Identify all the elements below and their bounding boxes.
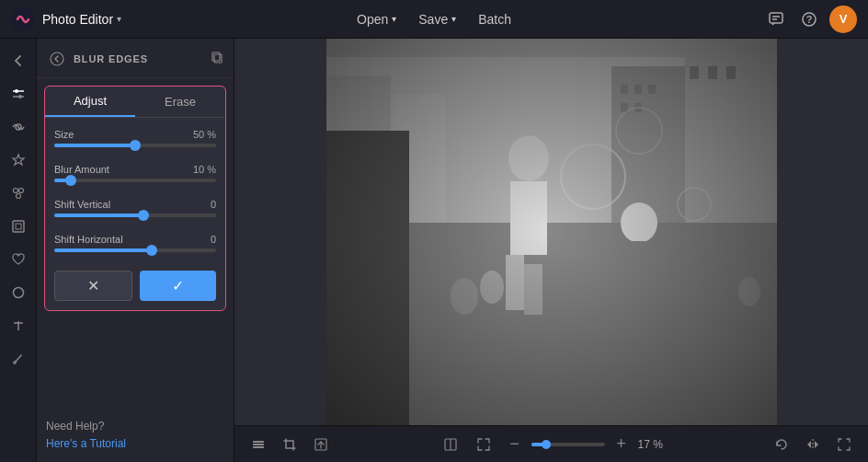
- title-chevron: ▾: [117, 14, 121, 24]
- blur-amount-label: Blur Amount: [54, 164, 109, 175]
- size-value: 50 %: [193, 129, 216, 140]
- apply-button[interactable]: ✓: [140, 271, 216, 301]
- compare-button[interactable]: [438, 432, 463, 457]
- tutorial-link[interactable]: Here's a Tutorial: [46, 437, 126, 450]
- avatar[interactable]: V: [829, 6, 857, 33]
- batch-button[interactable]: Batch: [469, 8, 520, 30]
- topbar-icons: ? V: [763, 6, 857, 33]
- shift-horizontal-label: Shift Horizontal: [54, 234, 123, 245]
- zoom-slider-fill: [531, 443, 546, 446]
- export-button[interactable]: [308, 432, 334, 457]
- fullscreen-button[interactable]: [831, 432, 857, 457]
- panel: BLUR EDGES Adjust Erase: [37, 39, 234, 462]
- svg-point-16: [13, 288, 23, 298]
- brush-button[interactable]: [4, 344, 33, 374]
- comment-button[interactable]: [763, 6, 789, 32]
- svg-point-11: [13, 189, 17, 193]
- size-slider-track: [54, 144, 216, 147]
- size-label: Size: [54, 129, 74, 140]
- panel-footer: Need Help? Here's a Tutorial: [37, 409, 234, 462]
- size-slider-thumb[interactable]: [130, 140, 141, 151]
- panel-title: BLUR EDGES: [74, 53, 204, 64]
- save-button[interactable]: Save ▾: [409, 8, 465, 30]
- size-slider-row: Size 50 %: [45, 125, 225, 160]
- zoom-in-button[interactable]: +: [611, 433, 633, 456]
- svg-rect-53: [326, 39, 777, 425]
- text-button[interactable]: [4, 311, 33, 341]
- bottom-center-controls: − + 17 %: [341, 432, 761, 457]
- blur-edges-box: Adjust Erase Size 50 %: [44, 86, 226, 311]
- svg-rect-22: [214, 54, 222, 63]
- layers-button[interactable]: [246, 432, 271, 457]
- svg-point-21: [51, 52, 63, 65]
- shift-vertical-slider-row: Shift Vertical 0: [45, 195, 225, 230]
- back-nav-button[interactable]: [4, 46, 33, 75]
- shift-vertical-slider-track: [54, 214, 216, 217]
- svg-point-12: [18, 189, 23, 193]
- topbar-nav: Open ▾ Save ▾ Batch: [348, 8, 520, 30]
- blur-amount-slider-thumb[interactable]: [65, 175, 76, 186]
- panel-copy-button[interactable]: [210, 51, 224, 68]
- zoom-percent: 17 %: [638, 438, 666, 451]
- flip-button[interactable]: [800, 432, 826, 457]
- shape-button[interactable]: [4, 278, 33, 307]
- blur-tabs: Adjust Erase: [45, 87, 225, 118]
- canvas-area: − + 17 %: [234, 39, 868, 462]
- svg-rect-14: [13, 221, 24, 232]
- help-icon: ?: [801, 11, 817, 28]
- crop-button[interactable]: [277, 432, 303, 457]
- help-button[interactable]: ?: [796, 6, 822, 32]
- panel-back-button[interactable]: [46, 48, 68, 70]
- star-button[interactable]: [4, 145, 33, 175]
- size-slider-fill: [54, 144, 135, 147]
- cancel-button[interactable]: ✕: [54, 271, 132, 301]
- blur-amount-slider-track: [54, 179, 216, 182]
- shift-horizontal-slider-track: [54, 248, 216, 252]
- blur-amount-value: 10 %: [193, 164, 216, 175]
- shift-vertical-slider-fill: [54, 214, 143, 217]
- frame-button[interactable]: [4, 212, 33, 241]
- comment-icon: [768, 11, 784, 28]
- tab-adjust[interactable]: Adjust: [45, 87, 135, 117]
- svg-rect-56: [253, 441, 264, 443]
- rotate-button[interactable]: [769, 432, 794, 457]
- svg-point-13: [16, 194, 20, 199]
- blur-actions: ✕ ✓: [45, 265, 225, 303]
- app-title[interactable]: Photo Editor ▾: [42, 12, 121, 27]
- zoom-controls: − + 17 %: [504, 433, 666, 456]
- photo-container: [326, 39, 777, 425]
- svg-rect-1: [770, 13, 782, 23]
- shift-horizontal-slider-row: Shift Horizontal 0: [45, 230, 225, 265]
- svg-rect-55: [253, 444, 264, 445]
- svg-point-8: [15, 89, 18, 93]
- svg-rect-54: [253, 446, 264, 448]
- shift-vertical-label: Shift Vertical: [54, 199, 110, 210]
- icon-bar: [0, 39, 37, 462]
- panel-header: BLUR EDGES: [37, 39, 234, 78]
- heart-button[interactable]: [4, 245, 33, 274]
- view-button[interactable]: [4, 112, 33, 142]
- tab-erase[interactable]: Erase: [135, 87, 225, 117]
- bottom-right-controls: [769, 432, 857, 457]
- bottom-bar: − + 17 %: [234, 425, 868, 462]
- svg-text:?: ?: [806, 14, 813, 25]
- svg-point-9: [18, 95, 22, 98]
- zoom-out-button[interactable]: −: [504, 433, 526, 456]
- effects-button[interactable]: [4, 179, 33, 208]
- adjust-button[interactable]: [4, 79, 33, 109]
- main-layout: BLUR EDGES Adjust Erase: [0, 39, 868, 462]
- shift-vertical-value: 0: [211, 199, 216, 210]
- blur-amount-slider-row: Blur Amount 10 %: [45, 160, 225, 195]
- bottom-left-controls: [246, 432, 334, 457]
- shift-vertical-slider-thumb[interactable]: [138, 210, 149, 221]
- shift-horizontal-slider-thumb[interactable]: [146, 245, 157, 256]
- canvas-main[interactable]: [234, 39, 868, 425]
- shift-horizontal-slider-fill: [54, 248, 152, 252]
- app-logo: [11, 7, 35, 31]
- shift-horizontal-value: 0: [211, 234, 216, 245]
- need-help-text: Need Help?: [46, 420, 224, 433]
- fullview-button[interactable]: [471, 432, 497, 457]
- zoom-slider[interactable]: [531, 443, 605, 446]
- topbar: Photo Editor ▾ Open ▾ Save ▾ Batch: [0, 0, 868, 39]
- open-button[interactable]: Open ▾: [348, 8, 405, 30]
